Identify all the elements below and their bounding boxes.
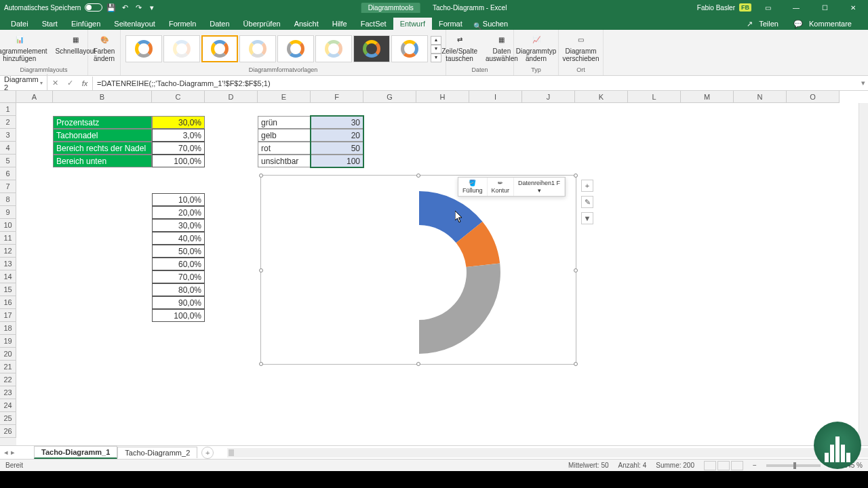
user-badge[interactable]: FB bbox=[739, 3, 751, 12]
cell-F4[interactable]: 50 bbox=[311, 142, 363, 155]
cell-C5[interactable]: 100,0% bbox=[152, 155, 205, 167]
tab-formeln[interactable]: Formeln bbox=[162, 18, 203, 30]
accept-formula-icon[interactable]: ✓ bbox=[62, 77, 77, 90]
cell-E2[interactable]: grün bbox=[258, 116, 311, 129]
formula-input[interactable]: =DATENREIHE(;;'Tacho-Diagramm_1'!$F$2:$F… bbox=[93, 78, 859, 89]
name-box[interactable]: Diagramm 2▾ bbox=[0, 74, 47, 93]
change-chart-type-button[interactable]: 📈Diagrammtyp ändern bbox=[513, 31, 559, 64]
tab-einfuegen[interactable]: Einfügen bbox=[64, 18, 107, 30]
cell-E4[interactable]: rot bbox=[258, 142, 311, 155]
tab-start[interactable]: Start bbox=[35, 18, 64, 30]
outline-button[interactable]: ✏Kontur bbox=[488, 178, 515, 196]
cell-E5[interactable]: unsichtbar bbox=[258, 155, 311, 167]
column-headers[interactable]: ABCDEFGHIJKLMNO bbox=[16, 91, 840, 103]
ribbon-options-icon[interactable]: ▭ bbox=[755, 0, 780, 15]
cancel-formula-icon[interactable]: ✕ bbox=[47, 77, 62, 90]
tab-factset[interactable]: FactSet bbox=[354, 18, 393, 30]
doughnut-chart[interactable] bbox=[261, 176, 577, 365]
chart-styles-button[interactable]: ✎ bbox=[581, 196, 593, 208]
chart-style-3[interactable] bbox=[201, 35, 238, 62]
switch-row-col-button[interactable]: ⇄Zeile/Spalte tauschen bbox=[439, 31, 480, 64]
tab-datei[interactable]: Datei bbox=[4, 18, 35, 30]
sheet-tab-2[interactable]: Tacho-Diagramm_2 bbox=[117, 447, 197, 458]
move-chart-button[interactable]: ▭Diagramm verschieben bbox=[560, 31, 602, 64]
cell-B5[interactable]: Bereich unten bbox=[53, 155, 152, 167]
cell-B2[interactable]: Prozentsatz bbox=[53, 116, 152, 129]
cell-C10[interactable]: 30,0% bbox=[152, 219, 205, 232]
autosave-toggle[interactable] bbox=[85, 3, 102, 12]
undo-icon[interactable]: ↶ bbox=[120, 3, 130, 12]
tab-format[interactable]: Format bbox=[432, 18, 469, 30]
view-pagelayout-icon[interactable] bbox=[717, 461, 730, 470]
expand-formula-bar-icon[interactable]: ▾ bbox=[859, 79, 868, 87]
cell-C9[interactable]: 20,0% bbox=[152, 206, 205, 219]
add-sheet-button[interactable]: + bbox=[201, 447, 214, 459]
fx-icon[interactable]: fx bbox=[77, 77, 92, 90]
comments-button[interactable]: 💬 Kommentare bbox=[789, 18, 860, 30]
group-location-label: Ort bbox=[576, 66, 585, 74]
search-label[interactable]: Suchen bbox=[481, 18, 515, 30]
cell-B4[interactable]: Bereich rechts der Nadel bbox=[53, 142, 152, 155]
ribbon-tabs: Datei Start Einfügen Seitenlayout Formel… bbox=[0, 15, 868, 30]
chart-style-1[interactable] bbox=[125, 35, 162, 62]
redo-icon[interactable]: ↷ bbox=[134, 3, 143, 12]
cell-F2[interactable]: 30 bbox=[311, 116, 363, 129]
sheet-tab-1[interactable]: Tacho-Diagramm_1 bbox=[34, 446, 117, 459]
view-pagebreak-icon[interactable] bbox=[731, 461, 743, 470]
chart-style-6[interactable] bbox=[315, 35, 352, 62]
tab-entwurf[interactable]: Entwurf bbox=[393, 18, 432, 30]
tab-hilfe[interactable]: Hilfe bbox=[326, 18, 354, 30]
tab-ueberpruefen[interactable]: Überprüfen bbox=[237, 18, 288, 30]
chart-style-7[interactable] bbox=[353, 35, 390, 62]
sheet-bar: ◂▸ Tacho-Diagramm_1 Tacho-Diagramm_2 + bbox=[0, 445, 868, 459]
chart-style-5[interactable] bbox=[277, 35, 314, 62]
minimize-button[interactable]: — bbox=[784, 0, 808, 15]
chart-object[interactable]: + ✎ ▼ 🪣Füllung ✏Kontur Datenreihen1 F▾ bbox=[260, 175, 576, 365]
cell-C11[interactable]: 40,0% bbox=[152, 232, 205, 245]
sheet-nav[interactable]: ◂▸ bbox=[0, 448, 34, 457]
watermark-logo bbox=[814, 422, 861, 469]
tab-daten[interactable]: Daten bbox=[203, 18, 236, 30]
chart-style-4[interactable] bbox=[239, 35, 276, 62]
tab-ansicht[interactable]: Ansicht bbox=[288, 18, 326, 30]
cell-C13[interactable]: 60,0% bbox=[152, 258, 205, 270]
add-chart-element-button[interactable]: 📊Diagrammelement hinzufügen bbox=[0, 31, 50, 64]
cell-B3[interactable]: Tachonadel bbox=[53, 129, 152, 142]
maximize-button[interactable]: ☐ bbox=[812, 0, 837, 15]
series-dropdown[interactable]: Datenreihen1 F▾ bbox=[514, 178, 565, 196]
zoom-slider[interactable] bbox=[766, 464, 821, 467]
close-button[interactable]: ✕ bbox=[841, 0, 865, 15]
cell-E3[interactable]: gelb bbox=[258, 129, 311, 142]
save-icon[interactable]: 💾 bbox=[106, 3, 116, 12]
view-normal-icon[interactable] bbox=[704, 461, 716, 470]
chart-elements-button[interactable]: + bbox=[581, 180, 593, 192]
cell-C16[interactable]: 90,0% bbox=[152, 296, 205, 309]
cell-F3[interactable]: 20 bbox=[311, 129, 363, 142]
chart-style-8[interactable] bbox=[391, 35, 428, 62]
change-colors-button[interactable]: 🎨Farben ändern bbox=[91, 31, 118, 64]
zoom-out-button[interactable]: − bbox=[753, 462, 757, 469]
chart-filter-button[interactable]: ▼ bbox=[581, 212, 593, 224]
qat-more-icon[interactable]: ▾ bbox=[147, 3, 157, 12]
cell-C14[interactable]: 70,0% bbox=[152, 270, 205, 283]
cell-grid[interactable]: Prozentsatz 30,0% Tachonadel 3,0% Bereic… bbox=[16, 103, 859, 445]
cell-C8[interactable]: 10,0% bbox=[152, 193, 205, 206]
select-all-corner[interactable] bbox=[0, 91, 16, 103]
cell-C2[interactable]: 30,0% bbox=[152, 116, 205, 129]
fill-button[interactable]: 🪣Füllung bbox=[458, 178, 488, 196]
cell-F5[interactable]: 100 bbox=[311, 155, 363, 167]
cell-C15[interactable]: 80,0% bbox=[152, 283, 205, 296]
tab-seitenlayout[interactable]: Seitenlayout bbox=[107, 18, 162, 30]
chart-slice-3[interactable] bbox=[419, 264, 500, 354]
cell-C3[interactable]: 3,0% bbox=[152, 129, 205, 142]
cell-C17[interactable]: 100,0% bbox=[152, 309, 205, 322]
chart-style-2[interactable] bbox=[163, 35, 200, 62]
share-button[interactable]: ↗ Teilen bbox=[743, 18, 787, 30]
row-headers[interactable]: 1234567891011121314151617181920212223242… bbox=[0, 103, 16, 445]
cell-C4[interactable]: 70,0% bbox=[152, 142, 205, 155]
cell-C12[interactable]: 50,0% bbox=[152, 245, 205, 258]
status-bar: Bereit Mittelwert: 50 Anzahl: 4 Summe: 2… bbox=[0, 459, 868, 471]
horizontal-scrollbar[interactable] bbox=[227, 448, 868, 458]
vertical-scrollbar[interactable] bbox=[859, 103, 868, 445]
group-data-label: Daten bbox=[471, 66, 488, 74]
